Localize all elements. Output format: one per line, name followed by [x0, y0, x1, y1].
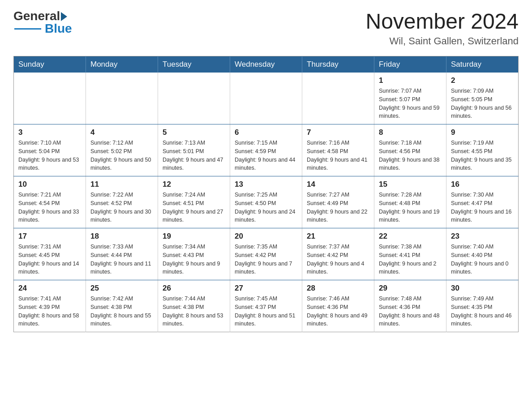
month-title: November 2024: [365, 9, 519, 34]
calendar-cell: 16Sunrise: 7:30 AMSunset: 4:47 PMDayligh…: [446, 176, 519, 228]
calendar-cell: 5Sunrise: 7:13 AMSunset: 5:01 PMDaylight…: [158, 124, 230, 176]
calendar-cell: 15Sunrise: 7:28 AMSunset: 4:48 PMDayligh…: [374, 176, 446, 228]
day-info: Sunrise: 7:22 AMSunset: 4:52 PMDaylight:…: [90, 191, 153, 224]
day-number: 12: [163, 180, 225, 189]
day-number: 24: [18, 284, 81, 293]
calendar-cell: 29Sunrise: 7:48 AMSunset: 4:36 PMDayligh…: [374, 280, 446, 332]
day-info: Sunrise: 7:18 AMSunset: 4:56 PMDaylight:…: [379, 139, 442, 172]
day-number: 18: [90, 232, 153, 241]
day-info: Sunrise: 7:37 AMSunset: 4:42 PMDaylight:…: [307, 243, 369, 276]
calendar-cell: 4Sunrise: 7:12 AMSunset: 5:02 PMDaylight…: [86, 124, 158, 176]
calendar-cell: [86, 73, 158, 124]
day-info: Sunrise: 7:07 AMSunset: 5:07 PMDaylight:…: [379, 87, 442, 120]
calendar-cell: 30Sunrise: 7:49 AMSunset: 4:35 PMDayligh…: [446, 280, 519, 332]
weekday-header-tuesday: Tuesday: [158, 56, 230, 73]
day-number: 26: [163, 284, 225, 293]
calendar-cell: 23Sunrise: 7:40 AMSunset: 4:40 PMDayligh…: [446, 228, 519, 280]
day-number: 11: [90, 180, 153, 189]
calendar-cell: 12Sunrise: 7:24 AMSunset: 4:51 PMDayligh…: [158, 176, 230, 228]
day-info: Sunrise: 7:41 AMSunset: 4:39 PMDaylight:…: [18, 295, 81, 328]
day-info: Sunrise: 7:19 AMSunset: 4:55 PMDaylight:…: [451, 139, 514, 172]
location-subtitle: Wil, Saint Gallen, Switzerland: [365, 35, 519, 47]
calendar-cell: 24Sunrise: 7:41 AMSunset: 4:39 PMDayligh…: [14, 280, 86, 332]
day-number: 8: [379, 128, 442, 137]
day-number: 7: [307, 128, 369, 137]
day-info: Sunrise: 7:31 AMSunset: 4:45 PMDaylight:…: [18, 243, 81, 276]
day-info: Sunrise: 7:10 AMSunset: 5:04 PMDaylight:…: [18, 139, 81, 172]
logo-underline: [14, 28, 41, 30]
title-area: November 2024 Wil, Saint Gallen, Switzer…: [365, 9, 519, 47]
day-info: Sunrise: 7:48 AMSunset: 4:36 PMDaylight:…: [379, 295, 442, 328]
weekday-header-saturday: Saturday: [446, 56, 519, 73]
day-number: 15: [379, 180, 442, 189]
calendar-cell: 26Sunrise: 7:44 AMSunset: 4:38 PMDayligh…: [158, 280, 230, 332]
day-info: Sunrise: 7:44 AMSunset: 4:38 PMDaylight:…: [163, 295, 225, 328]
calendar-cell: 6Sunrise: 7:15 AMSunset: 4:59 PMDaylight…: [230, 124, 302, 176]
day-info: Sunrise: 7:33 AMSunset: 4:44 PMDaylight:…: [90, 243, 153, 276]
calendar-cell: 22Sunrise: 7:38 AMSunset: 4:41 PMDayligh…: [374, 228, 446, 280]
day-number: 27: [235, 284, 297, 293]
calendar-cell: 14Sunrise: 7:27 AMSunset: 4:49 PMDayligh…: [302, 176, 374, 228]
day-number: 9: [451, 128, 514, 137]
day-number: 4: [90, 128, 153, 137]
calendar-cell: 28Sunrise: 7:46 AMSunset: 4:36 PMDayligh…: [302, 280, 374, 332]
calendar-cell: 9Sunrise: 7:19 AMSunset: 4:55 PMDaylight…: [446, 124, 519, 176]
calendar-cell: 27Sunrise: 7:45 AMSunset: 4:37 PMDayligh…: [230, 280, 302, 332]
logo-arrow-icon: [61, 12, 67, 21]
weekday-header-friday: Friday: [374, 56, 446, 73]
day-number: 6: [235, 128, 297, 137]
day-number: 25: [90, 284, 153, 293]
day-info: Sunrise: 7:27 AMSunset: 4:49 PMDaylight:…: [307, 191, 369, 224]
day-number: 16: [451, 180, 514, 189]
day-info: Sunrise: 7:35 AMSunset: 4:42 PMDaylight:…: [235, 243, 297, 276]
day-info: Sunrise: 7:30 AMSunset: 4:47 PMDaylight:…: [451, 191, 514, 224]
day-number: 28: [307, 284, 369, 293]
page-header: General Blue November 2024 Wil, Saint Ga…: [13, 9, 519, 47]
day-info: Sunrise: 7:49 AMSunset: 4:35 PMDaylight:…: [451, 295, 514, 328]
day-info: Sunrise: 7:24 AMSunset: 4:51 PMDaylight:…: [163, 191, 225, 224]
calendar-cell: [14, 73, 86, 124]
day-number: 21: [307, 232, 369, 241]
calendar-header-row: SundayMondayTuesdayWednesdayThursdayFrid…: [14, 56, 519, 73]
calendar-cell: [230, 73, 302, 124]
weekday-header-sunday: Sunday: [14, 56, 86, 73]
calendar-cell: 2Sunrise: 7:09 AMSunset: 5:05 PMDaylight…: [446, 73, 519, 124]
calendar-cell: 1Sunrise: 7:07 AMSunset: 5:07 PMDaylight…: [374, 73, 446, 124]
day-number: 29: [379, 284, 442, 293]
calendar-cell: 11Sunrise: 7:22 AMSunset: 4:52 PMDayligh…: [86, 176, 158, 228]
weekday-header-monday: Monday: [86, 56, 158, 73]
day-info: Sunrise: 7:21 AMSunset: 4:54 PMDaylight:…: [18, 191, 81, 224]
day-number: 2: [451, 76, 514, 85]
calendar-cell: [302, 73, 374, 124]
calendar-cell: 10Sunrise: 7:21 AMSunset: 4:54 PMDayligh…: [14, 176, 86, 228]
day-info: Sunrise: 7:46 AMSunset: 4:36 PMDaylight:…: [307, 295, 369, 328]
weekday-header-wednesday: Wednesday: [230, 56, 302, 73]
calendar-cell: 13Sunrise: 7:25 AMSunset: 4:50 PMDayligh…: [230, 176, 302, 228]
calendar-cell: 21Sunrise: 7:37 AMSunset: 4:42 PMDayligh…: [302, 228, 374, 280]
day-number: 1: [379, 76, 442, 85]
day-number: 3: [18, 128, 81, 137]
day-number: 5: [163, 128, 225, 137]
calendar-cell: 19Sunrise: 7:34 AMSunset: 4:43 PMDayligh…: [158, 228, 230, 280]
day-number: 10: [18, 180, 81, 189]
calendar-cell: 7Sunrise: 7:16 AMSunset: 4:58 PMDaylight…: [302, 124, 374, 176]
logo: General Blue: [13, 9, 72, 36]
day-info: Sunrise: 7:28 AMSunset: 4:48 PMDaylight:…: [379, 191, 442, 224]
day-info: Sunrise: 7:45 AMSunset: 4:37 PMDaylight:…: [235, 295, 297, 328]
day-number: 13: [235, 180, 297, 189]
day-number: 22: [379, 232, 442, 241]
day-info: Sunrise: 7:38 AMSunset: 4:41 PMDaylight:…: [379, 243, 442, 276]
calendar-cell: 8Sunrise: 7:18 AMSunset: 4:56 PMDaylight…: [374, 124, 446, 176]
day-info: Sunrise: 7:16 AMSunset: 4:58 PMDaylight:…: [307, 139, 369, 172]
calendar-week-row: 1Sunrise: 7:07 AMSunset: 5:07 PMDaylight…: [14, 73, 519, 124]
day-info: Sunrise: 7:34 AMSunset: 4:43 PMDaylight:…: [163, 243, 225, 276]
day-info: Sunrise: 7:13 AMSunset: 5:01 PMDaylight:…: [163, 139, 225, 172]
calendar-week-row: 24Sunrise: 7:41 AMSunset: 4:39 PMDayligh…: [14, 280, 519, 332]
calendar-cell: 20Sunrise: 7:35 AMSunset: 4:42 PMDayligh…: [230, 228, 302, 280]
day-info: Sunrise: 7:25 AMSunset: 4:50 PMDaylight:…: [235, 191, 297, 224]
day-number: 30: [451, 284, 514, 293]
day-info: Sunrise: 7:42 AMSunset: 4:38 PMDaylight:…: [90, 295, 153, 328]
day-number: 23: [451, 232, 514, 241]
calendar-week-row: 17Sunrise: 7:31 AMSunset: 4:45 PMDayligh…: [14, 228, 519, 280]
calendar-cell: 3Sunrise: 7:10 AMSunset: 5:04 PMDaylight…: [14, 124, 86, 176]
